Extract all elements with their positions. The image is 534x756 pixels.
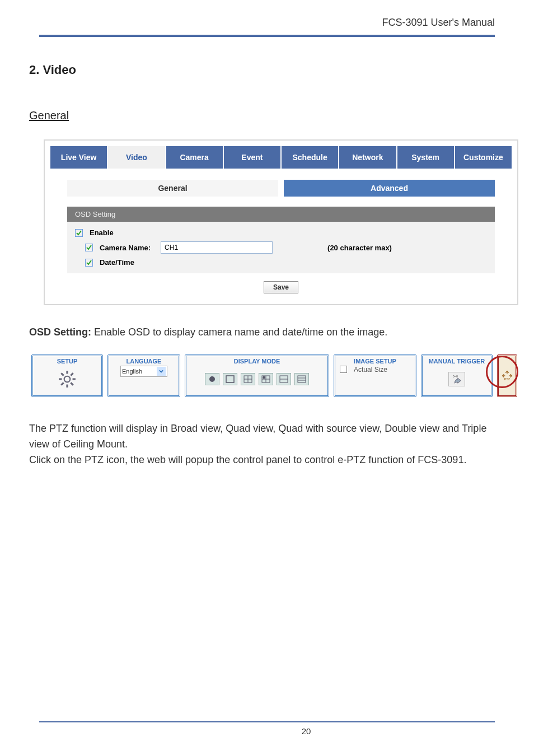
tab-network[interactable]: Network — [339, 146, 397, 169]
screenshot-toolbar: SETUP LANGUAGE English DISPLAY MODE — [31, 354, 509, 397]
trigger-icon-text: 0~0 — [453, 375, 458, 378]
osd-datetime-checkbox[interactable] — [85, 259, 93, 267]
ptz-description-line2: Click on the PTZ icon, the web will popu… — [29, 452, 495, 468]
tab-event[interactable]: Event — [224, 146, 282, 169]
panel-manual-trigger: MANUAL TRIGGER 0~0 — [421, 354, 493, 397]
tab-video[interactable]: Video — [108, 146, 166, 169]
panel-display-mode: DISPLAY MODE — [185, 354, 329, 397]
tab-system[interactable]: System — [397, 146, 455, 169]
display-mode-double-icon[interactable] — [277, 373, 291, 385]
osd-description-label: OSD Setting: — [29, 326, 91, 338]
osd-enable-checkbox[interactable] — [75, 229, 83, 237]
video-subtabs: General Advanced — [67, 180, 495, 197]
footer-divider — [39, 721, 495, 722]
language-select[interactable]: English — [120, 366, 167, 377]
osd-camera-name-input[interactable] — [161, 241, 273, 254]
osd-charmax-label: (20 character max) — [327, 244, 392, 252]
svg-line-6 — [71, 382, 73, 385]
save-button[interactable]: Save — [264, 281, 298, 293]
panel-setup-title: SETUP — [33, 356, 101, 365]
subtab-advanced[interactable]: Advanced — [284, 180, 495, 197]
display-mode-source-icon[interactable] — [205, 373, 219, 385]
svg-line-5 — [61, 373, 63, 375]
subsection-heading-general: General — [29, 109, 69, 122]
osd-description-text: Enable OSD to display camera name and da… — [91, 326, 387, 338]
panel-display-title: DISPLAY MODE — [186, 356, 327, 365]
subtab-general[interactable]: General — [67, 180, 278, 197]
panel-image-setup: IMAGE SETUP Actual Size — [334, 354, 416, 397]
osd-datetime-label: Date/Time — [100, 258, 134, 267]
panel-trigger-title: MANUAL TRIGGER — [423, 356, 491, 365]
svg-point-17 — [263, 376, 265, 378]
ptz-description-paragraph: The PTZ function will display in Broad v… — [29, 421, 495, 468]
language-value: English — [122, 368, 142, 375]
osd-camera-name-checkbox[interactable] — [85, 244, 93, 251]
chevron-down-icon — [157, 367, 166, 376]
panel-setup: SETUP — [31, 354, 103, 397]
tab-live-view[interactable]: Live View — [50, 146, 108, 169]
panel-image-title: IMAGE SETUP — [335, 356, 415, 365]
svg-rect-20 — [298, 376, 306, 382]
section-heading-video: 2. Video — [29, 63, 76, 77]
panel-language: LANGUAGE English — [107, 354, 180, 397]
header-divider — [39, 35, 495, 37]
running-head: FCS-3091 User's Manual — [382, 17, 495, 29]
actual-size-checkbox[interactable] — [340, 366, 347, 373]
page-number: 20 — [39, 726, 534, 736]
gear-icon[interactable] — [58, 370, 77, 389]
display-mode-triple-icon[interactable] — [294, 373, 309, 385]
ptz-description-line1: The PTZ function will display in Broad v… — [29, 421, 495, 452]
svg-point-0 — [64, 376, 71, 382]
svg-line-8 — [61, 382, 63, 385]
osd-camera-name-label: Camera Name: — [100, 244, 151, 252]
main-tabbar: Live View Video Camera Event Schedule Ne… — [50, 146, 512, 169]
tab-customize[interactable]: Customize — [455, 146, 512, 169]
osd-setting-section: OSD Setting Enable Camera Name: (20 char… — [67, 207, 495, 273]
osd-enable-label: Enable — [90, 228, 114, 237]
svg-rect-10 — [226, 376, 234, 382]
osd-description-paragraph: OSD Setting: Enable OSD to display camer… — [29, 326, 387, 338]
tab-camera[interactable]: Camera — [166, 146, 224, 169]
manual-trigger-icon[interactable]: 0~0 — [448, 372, 465, 386]
svg-point-9 — [209, 376, 215, 382]
tab-schedule[interactable]: Schedule — [282, 146, 339, 169]
display-mode-broad-icon[interactable] — [223, 373, 237, 385]
svg-line-7 — [71, 373, 73, 375]
actual-size-label: Actual Size — [354, 366, 387, 374]
display-mode-quad-icon[interactable] — [241, 373, 255, 385]
ptz-button[interactable]: PTZ — [497, 354, 517, 397]
osd-setting-title: OSD Setting — [67, 207, 495, 222]
display-mode-quad-source-icon[interactable] — [259, 373, 273, 385]
screenshot-video-general: Live View Video Camera Event Schedule Ne… — [44, 139, 518, 305]
ptz-label: PTZ — [504, 377, 510, 381]
panel-language-title: LANGUAGE — [109, 356, 179, 365]
